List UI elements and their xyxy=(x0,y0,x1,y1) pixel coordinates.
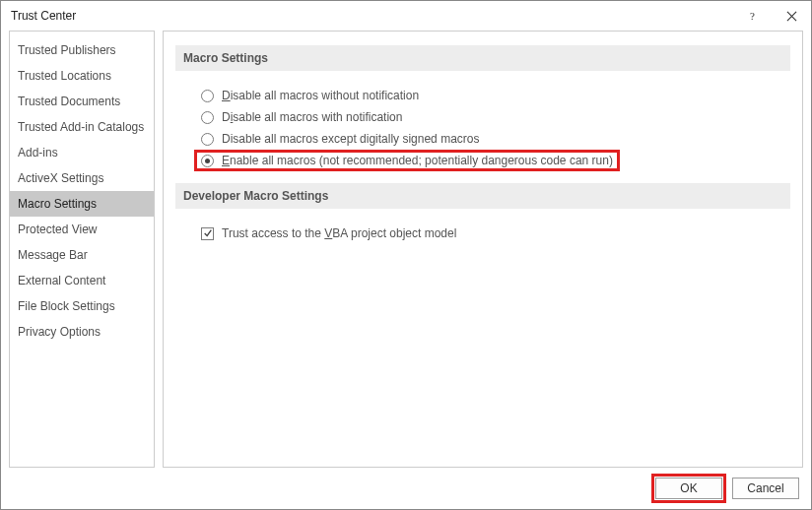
sidebar-item-label: Trusted Add-in Catalogs xyxy=(18,120,144,134)
sidebar-item-trusted-addin-catalogs[interactable]: Trusted Add-in Catalogs xyxy=(10,114,154,140)
window-title: Trust Center xyxy=(11,9,732,23)
checkbox-icon xyxy=(201,227,214,240)
sidebar-item-external-content[interactable]: External Content xyxy=(10,268,154,293)
titlebar: Trust Center ? xyxy=(1,1,811,31)
sidebar-item-label: File Block Settings xyxy=(18,299,115,313)
svg-text:?: ? xyxy=(750,11,755,22)
radio-icon xyxy=(201,155,214,167)
sidebar-item-label: Message Bar xyxy=(18,248,88,262)
sidebar-item-message-bar[interactable]: Message Bar xyxy=(10,242,154,268)
content-area: Trusted Publishers Trusted Locations Tru… xyxy=(9,31,803,468)
radio-label: Disable all macros with notification xyxy=(222,110,402,124)
radio-icon xyxy=(201,111,214,124)
dialog-footer: OK Cancel xyxy=(1,468,811,509)
close-icon xyxy=(786,11,797,22)
button-label: Cancel xyxy=(747,481,783,495)
sidebar-item-label: Add-ins xyxy=(18,146,58,159)
sidebar-item-activex-settings[interactable]: ActiveX Settings xyxy=(10,165,154,191)
checkbox-label: Trust access to the VBA project object m… xyxy=(222,226,456,240)
radio-label: Disable all macros without notification xyxy=(222,89,419,102)
sidebar-item-macro-settings[interactable]: Macro Settings xyxy=(10,191,154,217)
sidebar-item-trusted-documents[interactable]: Trusted Documents xyxy=(10,89,154,114)
close-button[interactable] xyxy=(772,1,811,31)
radio-label: Disable all macros except digitally sign… xyxy=(222,132,479,146)
button-label: OK xyxy=(680,481,697,495)
sidebar-item-protected-view[interactable]: Protected View xyxy=(10,217,154,242)
sidebar-item-label: ActiveX Settings xyxy=(18,171,103,185)
radio-enable-all[interactable]: Enable all macros (not recommended; pote… xyxy=(201,154,613,167)
section-header-macro: Macro Settings xyxy=(175,45,790,71)
sidebar-item-trusted-publishers[interactable]: Trusted Publishers xyxy=(10,37,154,63)
sidebar-item-label: Trusted Locations xyxy=(18,69,111,83)
sidebar-item-label: Macro Settings xyxy=(18,197,97,211)
developer-options: Trust access to the VBA project object m… xyxy=(175,223,790,244)
sidebar-item-privacy-options[interactable]: Privacy Options xyxy=(10,319,154,345)
sidebar-item-label: Protected View xyxy=(18,223,98,236)
sidebar-item-label: Trusted Publishers xyxy=(18,43,116,57)
sidebar-item-label: Privacy Options xyxy=(18,325,101,339)
sidebar-item-file-block-settings[interactable]: File Block Settings xyxy=(10,293,154,319)
radio-label: Enable all macros (not recommended; pote… xyxy=(222,154,613,167)
sidebar: Trusted Publishers Trusted Locations Tru… xyxy=(9,31,155,468)
sidebar-item-addins[interactable]: Add-ins xyxy=(10,140,154,165)
sidebar-item-trusted-locations[interactable]: Trusted Locations xyxy=(10,63,154,89)
radio-disable-with-notification[interactable]: Disable all macros with notification xyxy=(201,106,790,128)
radio-icon xyxy=(201,133,214,146)
highlight-enable-all: Enable all macros (not recommended; pote… xyxy=(194,150,620,171)
main-panel: Macro Settings Disable all macros withou… xyxy=(163,31,803,468)
sidebar-item-label: Trusted Documents xyxy=(18,95,120,108)
checkbox-trust-vba[interactable]: Trust access to the VBA project object m… xyxy=(201,223,790,244)
radio-enable-all-row: Enable all macros (not recommended; pote… xyxy=(201,150,790,171)
cancel-button[interactable]: Cancel xyxy=(732,478,799,499)
help-icon: ? xyxy=(747,11,758,22)
help-button[interactable]: ? xyxy=(732,1,772,31)
ok-button[interactable]: OK xyxy=(655,478,722,499)
radio-disable-except-signed[interactable]: Disable all macros except digitally sign… xyxy=(201,128,790,150)
radio-icon xyxy=(201,90,214,102)
sidebar-item-label: External Content xyxy=(18,274,105,287)
radio-disable-no-notification[interactable]: Disable all macros without notification xyxy=(201,85,790,106)
section-header-developer: Developer Macro Settings xyxy=(175,183,790,209)
macro-options: Disable all macros without notification … xyxy=(175,85,790,171)
